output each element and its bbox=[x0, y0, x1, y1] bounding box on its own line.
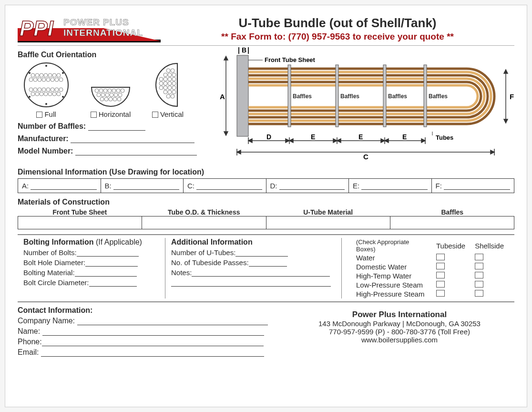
dim-E-input[interactable] bbox=[361, 182, 427, 190]
svg-point-51 bbox=[114, 93, 118, 97]
svg-point-59 bbox=[166, 69, 170, 72]
materials-heading: Materials of Construction bbox=[18, 198, 514, 206]
svg-marker-96 bbox=[224, 132, 228, 135]
svg-point-41 bbox=[99, 89, 103, 93]
svg-point-46 bbox=[121, 89, 124, 93]
checkbox-horizontal[interactable] bbox=[91, 112, 97, 118]
dim-F-input[interactable] bbox=[444, 182, 510, 190]
highpress-tubeside-checkbox[interactable] bbox=[436, 290, 445, 297]
checks-hint: (Check Appropriate Boxes) bbox=[351, 238, 431, 253]
passes-label: No. of Tubeside Passes: bbox=[171, 258, 249, 267]
baffle-vertical-icon bbox=[151, 61, 184, 109]
svg-point-3 bbox=[31, 73, 35, 77]
svg-text:Tubes: Tubes bbox=[436, 134, 453, 141]
svg-point-15 bbox=[51, 78, 54, 82]
svg-point-26 bbox=[31, 92, 35, 96]
mat-front-input[interactable] bbox=[18, 216, 142, 229]
svg-text:A: A bbox=[220, 93, 225, 101]
svg-rect-93 bbox=[424, 65, 427, 127]
logo-line1: POWER PLUS bbox=[63, 17, 129, 27]
notes-label: Notes: bbox=[171, 268, 192, 277]
svg-point-43 bbox=[108, 89, 112, 93]
water-label: Water bbox=[351, 253, 431, 262]
bolt-circle-input[interactable] bbox=[89, 279, 137, 287]
svg-point-7 bbox=[48, 73, 52, 77]
domestic-tubeside-checkbox[interactable] bbox=[436, 263, 445, 269]
model-number-label: Model Number: bbox=[18, 147, 73, 155]
svg-point-28 bbox=[40, 92, 43, 96]
form-page: PPI POWER PLUS INTERNATIONAL U-Tube Bund… bbox=[5, 5, 527, 407]
horizontal-label: Horizontal bbox=[99, 110, 131, 118]
phone-input[interactable] bbox=[42, 339, 264, 346]
hightemp-tubeside-checkbox[interactable] bbox=[436, 272, 445, 278]
bolt-mat-input[interactable] bbox=[75, 269, 137, 277]
mat-col-utube: U-Tube Material bbox=[266, 208, 390, 216]
svg-marker-100 bbox=[504, 119, 508, 123]
dim-A-input[interactable] bbox=[31, 182, 96, 190]
footer-addr: 143 McDonough Parkway | McDonough, GA 30… bbox=[285, 319, 514, 328]
svg-point-49 bbox=[105, 93, 109, 97]
bolting-column: Bolting Information (If Applicable) Numb… bbox=[18, 238, 165, 299]
svg-point-20 bbox=[38, 88, 41, 92]
highpress-shellside-checkbox[interactable] bbox=[475, 290, 483, 297]
num-bolts-input[interactable] bbox=[77, 249, 139, 257]
svg-point-68 bbox=[168, 82, 172, 85]
dim-D-input[interactable] bbox=[279, 182, 345, 190]
hightemp-shellside-checkbox[interactable] bbox=[475, 272, 483, 278]
svg-text:Baffles: Baffles bbox=[429, 93, 448, 100]
svg-text:B: B bbox=[242, 46, 246, 54]
checkbox-vertical[interactable] bbox=[152, 112, 158, 118]
svg-point-13 bbox=[42, 78, 46, 82]
dim-B-input[interactable] bbox=[113, 182, 179, 190]
svg-text:D: D bbox=[266, 133, 271, 141]
email-input[interactable] bbox=[41, 349, 264, 357]
mat-col-baffles: Baffles bbox=[390, 208, 515, 216]
svg-text:Baffles: Baffles bbox=[293, 93, 312, 100]
num-baffles-input[interactable] bbox=[88, 123, 145, 131]
svg-marker-110 bbox=[289, 139, 293, 143]
model-number-input[interactable] bbox=[75, 148, 197, 155]
bolt-circle-label: Bolt Circle Diameter: bbox=[23, 278, 89, 287]
dim-C: C: bbox=[184, 179, 266, 193]
notes-input-2[interactable] bbox=[171, 279, 331, 287]
svg-point-37 bbox=[29, 96, 31, 98]
passes-input[interactable] bbox=[249, 259, 287, 267]
domestic-shellside-checkbox[interactable] bbox=[475, 263, 483, 269]
svg-point-12 bbox=[38, 78, 41, 82]
dim-D: D: bbox=[266, 179, 349, 193]
svg-point-78 bbox=[171, 94, 174, 98]
svg-text:Baffles: Baffles bbox=[340, 93, 359, 100]
svg-point-79 bbox=[166, 94, 170, 98]
svg-point-33 bbox=[45, 65, 47, 67]
mat-col-tubeod: Tube O.D. & Thickness bbox=[142, 208, 266, 216]
svg-point-18 bbox=[29, 88, 33, 92]
header: PPI POWER PLUS INTERNATIONAL U-Tube Bund… bbox=[18, 14, 514, 46]
svg-point-56 bbox=[113, 97, 117, 101]
dim-C-input[interactable] bbox=[196, 182, 262, 190]
bolt-hole-input[interactable] bbox=[85, 259, 138, 267]
svg-point-29 bbox=[44, 92, 48, 96]
mat-baffles-input[interactable] bbox=[390, 216, 514, 229]
svg-point-48 bbox=[101, 93, 105, 97]
svg-point-31 bbox=[52, 92, 56, 96]
svg-point-63 bbox=[172, 77, 176, 81]
svg-point-47 bbox=[97, 93, 101, 97]
checkbox-full[interactable] bbox=[36, 112, 42, 118]
mat-utube-input[interactable] bbox=[266, 216, 390, 229]
svg-point-19 bbox=[33, 88, 37, 92]
lowpress-shellside-checkbox[interactable] bbox=[475, 281, 483, 288]
lowpress-tubeside-checkbox[interactable] bbox=[436, 281, 445, 288]
company-input[interactable] bbox=[77, 318, 268, 325]
mat-tubeod-input[interactable] bbox=[142, 216, 266, 229]
num-utubes-input[interactable] bbox=[235, 249, 288, 257]
water-shellside-checkbox[interactable] bbox=[475, 254, 483, 260]
notes-input-1[interactable] bbox=[192, 269, 330, 277]
baffle-full: Full bbox=[22, 61, 70, 118]
utube-diagram: | B | Front Tube Sheet Baffl bbox=[219, 46, 514, 165]
svg-point-6 bbox=[44, 73, 48, 77]
water-tubeside-checkbox[interactable] bbox=[436, 254, 445, 260]
name-input[interactable] bbox=[42, 328, 264, 336]
manufacturer-input[interactable] bbox=[71, 135, 194, 143]
svg-point-40 bbox=[95, 89, 99, 93]
lowpress-label: Low-Pressure Steam bbox=[351, 280, 431, 289]
